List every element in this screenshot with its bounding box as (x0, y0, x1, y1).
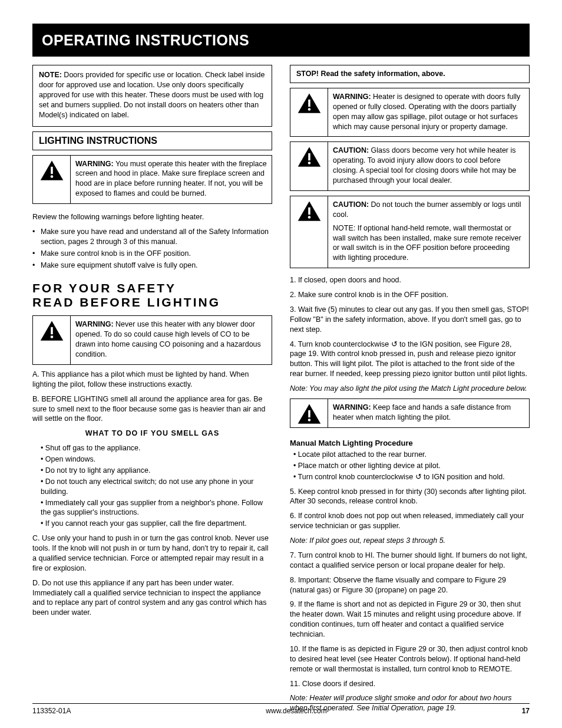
step-7: 7. Turn control knob to HI. The burner s… (290, 551, 530, 571)
warning-icon-cell (290, 196, 328, 268)
lighting-heading: LIGHTING INSTRUCTIONS (39, 136, 157, 146)
svg-rect-6 (308, 153, 310, 160)
warning-icon-cell (33, 156, 71, 204)
warning-icon-cell (33, 316, 71, 364)
page-number: 17 (522, 707, 530, 715)
warning-4: CAUTION: Glass doors become very hot whi… (290, 141, 530, 191)
instr-C: C. Use only your hand to push in or turn… (32, 533, 272, 574)
svg-rect-10 (308, 410, 310, 417)
warning-6-level: WARNING: (333, 403, 373, 411)
warning-3-level: WARNING: (333, 93, 373, 101)
svg-rect-0 (51, 166, 53, 173)
two-column-layout: NOTE: Doors provided for specific use or… (32, 65, 530, 718)
warning-6: WARNING: Keep face and hands a safe dist… (290, 398, 530, 428)
stop-box: STOP! Read the safety information, above… (290, 65, 530, 83)
warning-triangle-icon (39, 159, 64, 184)
warning-1: WARNING: You must operate this heater wi… (32, 155, 272, 205)
smell-4: • Do not touch any electrical switch; do… (32, 477, 272, 497)
instr-B: B. BEFORE LIGHTING smell all around the … (32, 394, 272, 424)
step-4: 4. Turn knob counterclockwise ↺ to the I… (290, 340, 530, 380)
instr-D: D. Do not use this appliance if any part… (32, 578, 272, 618)
intro-line: Review the following warnings before lig… (32, 212, 272, 222)
instr-A: A. This appliance has a pilot which must… (32, 370, 272, 390)
step-5: 5. Keep control knob pressed in for thir… (290, 487, 530, 507)
step-2: 2. Make sure control knob is in the OFF … (290, 290, 530, 300)
warning-icon-cell (290, 142, 328, 190)
svg-point-9 (308, 216, 310, 219)
list-item: •Make sure you have read and understand … (32, 227, 272, 247)
warning-5-body: CAUTION: Do not touch the burner assembl… (328, 196, 529, 268)
match-b: • Place match or other lighting device a… (290, 461, 530, 471)
warning-triangle-icon (297, 200, 322, 225)
step-8: 8. Important: Observe the flame visually… (290, 575, 530, 595)
svg-rect-2 (51, 327, 53, 334)
list-item: •Make sure control knob is in the OFF po… (32, 249, 272, 259)
warning-1-body: WARNING: You must operate this heater wi… (71, 156, 272, 204)
warning-4-body: CAUTION: Glass doors become very hot whi… (328, 142, 529, 190)
warning-6-body: WARNING: Keep face and hands a safe dist… (328, 399, 529, 427)
doc-number: 113352-01A (32, 707, 71, 715)
svg-point-3 (50, 336, 53, 339)
step-1: 1. If closed, open doors and hood. (290, 275, 530, 285)
right-column: STOP! Read the safety information, above… (290, 65, 530, 718)
note-match: Note: You may also light the pilot using… (290, 384, 530, 394)
warning-5: CAUTION: Do not touch the burner assembl… (290, 196, 530, 268)
warning-triangle-icon (297, 403, 322, 427)
note-text: Doors provided for specific use or locat… (39, 71, 265, 119)
svg-point-1 (50, 175, 53, 178)
warning-5-level: CAUTION: (333, 200, 371, 209)
warning-3: WARNING: Heater is designed to operate w… (290, 88, 530, 137)
svg-point-11 (308, 419, 310, 421)
smell-1: • Shut off gas to the appliance. (32, 443, 272, 453)
warning-3-body: WARNING: Heater is designed to operate w… (328, 88, 529, 137)
what-to-do-head: WHAT TO DO IF YOU SMELL GAS (32, 429, 272, 439)
note-heading: NOTE: (39, 71, 64, 79)
warning-2-body: WARNING: Never use this heater with any … (71, 316, 272, 364)
warning-icon-cell (290, 88, 328, 137)
warning-triangle-icon (297, 146, 322, 170)
warning-2-level: WARNING: (75, 320, 115, 328)
svg-rect-8 (308, 207, 310, 215)
step-9: 9. If the flame is short and not as depi… (290, 599, 530, 640)
smell-3: • Do not try to light any appliance. (32, 466, 272, 476)
warning-1-level: WARNING: (75, 160, 115, 168)
warning-4-level: CAUTION: (333, 146, 371, 154)
match-light-head: Manual Match Lighting Procedure (290, 439, 530, 447)
match-a: • Locate pilot attached to the rear burn… (290, 450, 530, 460)
for-your-safety-head: FOR YOUR SAFETYREAD BEFORE LIGHTING (32, 281, 272, 309)
svg-point-7 (308, 162, 310, 165)
step-3: 3. Wait five (5) minutes to clear out an… (290, 305, 530, 335)
note-repeat: Note: If pilot goes out, repeat steps 3 … (290, 536, 530, 546)
left-column: NOTE: Doors provided for specific use or… (32, 65, 272, 718)
warning-icon-cell (290, 399, 328, 427)
page-title-bar: OPERATING INSTRUCTIONS (32, 24, 530, 57)
warning-2: WARNING: Never use this heater with any … (32, 315, 272, 365)
warning-5-note: NOTE: If optional hand-held remote, wall… (333, 224, 521, 262)
warning-triangle-icon (297, 92, 322, 117)
site-url: www.desatech.com (266, 707, 326, 715)
match-c: • Turn control knob counterclockwise ↺ t… (290, 472, 530, 482)
page-footer: 113352-01A www.desatech.com 17 (32, 703, 530, 715)
smell-2: • Open windows. (32, 454, 272, 465)
smell-6: • If you cannot reach your gas supplier,… (32, 519, 272, 529)
svg-rect-4 (308, 100, 310, 107)
step-6: 6. If control knob does not pop out when… (290, 511, 530, 531)
warning-triangle-icon (39, 319, 64, 344)
step-11: 11. Close doors if desired. (290, 679, 530, 689)
stop-text: STOP! Read the safety information, above… (296, 70, 445, 78)
list-item: •Make sure equipment shutoff valve is fu… (32, 261, 272, 271)
note-box: NOTE: Doors provided for specific use or… (32, 65, 272, 127)
lighting-heading-box: LIGHTING INSTRUCTIONS (32, 131, 272, 150)
smell-5: • Immediately call your gas supplier fro… (32, 498, 272, 518)
svg-point-5 (308, 108, 310, 111)
step-10: 10. If the flame is as depicted in Figur… (290, 644, 530, 674)
